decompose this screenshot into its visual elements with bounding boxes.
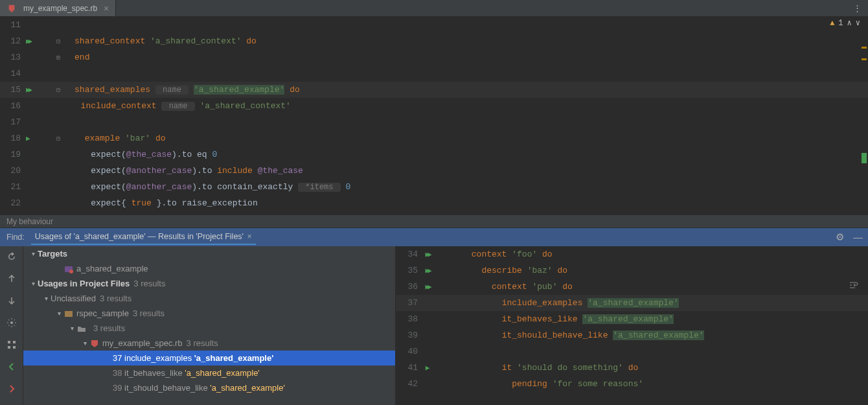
tree-row[interactable]: ▾Usages in Project Files3 results [23, 276, 395, 291]
code-text: expect(@the_case).to eq 0 [59, 150, 217, 159]
fold-toggle[interactable]: ⊟ [56, 86, 63, 94]
code-line[interactable]: 13⊞end [0, 49, 868, 65]
tree-row[interactable]: 39 it_should_behave_like 'a_shared_examp… [23, 380, 395, 395]
tree-row[interactable]: ▾Targets [23, 246, 395, 261]
find-minimize-icon[interactable]: — [853, 231, 863, 243]
preview-line[interactable]: 38 it_behaves_like 'a_shared_example' [396, 311, 868, 327]
rerun-icon[interactable] [5, 250, 18, 263]
svg-rect-3 [8, 346, 10, 349]
code-text: describe 'baz' do [437, 266, 567, 275]
prev-occurrence-icon[interactable] [5, 272, 18, 285]
fold-toggle[interactable]: ⊞ [56, 54, 63, 62]
preview-line[interactable]: 35▶▶ describe 'baz' do [396, 262, 868, 279]
gutter-icon[interactable]: ▶▶ [418, 250, 437, 259]
settings-icon[interactable] [5, 316, 18, 329]
svg-point-7 [69, 270, 73, 273]
line-number: 20 [0, 166, 21, 176]
breadcrumb-item[interactable]: My behaviour [6, 217, 53, 226]
chevron-down-icon[interactable]: ▾ [54, 310, 63, 317]
line-number: 42 [396, 379, 418, 389]
svg-rect-2 [8, 341, 10, 343]
code-editor[interactable]: 1112▶▶⊟shared_context 'a_shared_context'… [0, 17, 868, 214]
tree-row[interactable]: 37 include_examples 'a_shared_example' [23, 351, 395, 365]
code-text: include_examples 'a_shared_example' [437, 298, 679, 308]
tree-row[interactable]: 38 it_behaves_like 'a_shared_example' [23, 365, 395, 380]
fold-toggle[interactable]: ⊟ [56, 135, 63, 143]
merge-left-icon[interactable] [5, 360, 18, 373]
prev-highlight[interactable]: ∧ [847, 18, 852, 28]
line-number: 18 [0, 133, 21, 143]
chevron-down-icon[interactable]: ▾ [67, 325, 76, 332]
gutter-icon[interactable]: ▶▶ [418, 266, 437, 275]
group-icon[interactable] [5, 338, 18, 351]
preview-line[interactable]: 42 pending 'for some reasons' [396, 376, 868, 392]
preview-line[interactable]: 39 it_should_behave_like 'a_shared_examp… [396, 327, 868, 343]
code-line[interactable]: 11 [0, 17, 868, 33]
result-count: 3 results [187, 338, 218, 348]
inspection-widget[interactable]: ▲ 1 ∧ ∨ [830, 18, 860, 28]
tree-label: my_example_spec.rb [102, 338, 183, 348]
tree-label: a_shared_example [76, 264, 148, 273]
code-line[interactable]: 12▶▶⊟shared_context 'a_shared_context' d… [0, 33, 868, 49]
code-line[interactable]: 16 include_context name 'a_shared_contex… [0, 98, 868, 114]
code-line[interactable]: 19 expect(@the_case).to eq 0 [0, 146, 868, 163]
line-number: 39 [396, 330, 418, 340]
gutter-icon[interactable]: ▶▶ [21, 86, 56, 94]
chevron-down-icon[interactable]: ▾ [80, 340, 89, 347]
error-stripe-marker[interactable] [862, 47, 867, 49]
error-stripe-marker[interactable] [862, 153, 867, 163]
warning-icon: ▲ [830, 19, 834, 28]
code-text: context 'foo' do [437, 249, 553, 259]
find-settings-icon[interactable]: ⚙ [836, 231, 844, 243]
code-line[interactable]: 17 [0, 114, 868, 130]
next-highlight[interactable]: ∨ [856, 18, 860, 28]
breadcrumb[interactable]: My behaviour [0, 214, 868, 228]
tab-overflow-menu[interactable]: ⋮ [847, 0, 868, 16]
gutter-icon[interactable]: ▶ [21, 134, 56, 143]
preview-line[interactable]: 36▶▶ context 'pub' do [396, 279, 868, 295]
code-line[interactable]: 18▶⊟ example 'bar' do [0, 130, 868, 146]
gutter-icon[interactable]: ▶ [418, 364, 437, 372]
tree-label: Usages in Project Files [38, 279, 130, 288]
tree-row[interactable]: a_shared_example [23, 261, 395, 276]
tree-row[interactable]: ▾my_example_spec.rb3 results [23, 336, 395, 351]
tree-row[interactable]: ▾Unclassified3 results [23, 291, 395, 306]
preview-line[interactable]: 41▶ it 'should do something' do [396, 360, 868, 376]
code-text: it_behaves_like 'a_shared_example' [437, 314, 674, 324]
preview-line[interactable]: 34▶▶ context 'foo' do [396, 246, 868, 262]
close-find-tab-icon[interactable]: × [247, 232, 251, 241]
next-occurrence-icon[interactable] [5, 294, 18, 307]
error-stripe-marker[interactable] [862, 58, 867, 60]
tree-row[interactable]: ▾3 results [23, 321, 395, 336]
code-line[interactable]: 20 expect(@another_case).to include @the… [0, 163, 868, 179]
chevron-down-icon[interactable]: ▾ [29, 280, 38, 287]
fold-toggle[interactable]: ⊟ [56, 38, 63, 45]
code-line[interactable]: 14 [0, 65, 868, 82]
find-results-title: Usages of 'a_shared_example' — Results i… [35, 232, 244, 241]
folder-icon [76, 323, 87, 334]
code-line[interactable]: 22 expect{ true }.to raise_exception [0, 195, 868, 211]
find-results-tab[interactable]: Usages of 'a_shared_example' — Results i… [31, 229, 256, 245]
chevron-down-icon[interactable]: ▾ [29, 250, 38, 257]
result-count: 3 results [93, 323, 125, 333]
code-text: context 'pub' do [437, 282, 573, 292]
chevron-down-icon[interactable]: ▾ [41, 295, 51, 302]
line-number: 38 [396, 314, 418, 324]
usage-preview-editor[interactable]: 34▶▶ context 'foo' do35▶▶ describe 'baz'… [396, 246, 868, 405]
preview-line[interactable]: 37 include_examples 'a_shared_example' [396, 295, 868, 311]
preview-line[interactable]: 40 [396, 343, 868, 360]
code-text: expect(@another_case).to contain_exactly… [59, 182, 350, 192]
line-number: 15 [0, 85, 21, 95]
tree-row[interactable]: ▾rspec_sample3 results [23, 306, 395, 321]
close-tab-icon[interactable]: × [104, 3, 109, 14]
gutter-icon[interactable]: ▶▶ [21, 37, 56, 45]
find-side-rail [0, 246, 23, 405]
code-line[interactable]: 21 expect(@another_case).to contain_exac… [0, 179, 868, 195]
merge-right-icon[interactable] [5, 382, 18, 395]
editor-tab[interactable]: my_example_spec.rb × [0, 0, 116, 16]
gutter-icon[interactable]: ▶▶ [418, 283, 437, 291]
usages-tree[interactable]: ▾Targetsa_shared_example▾Usages in Proje… [23, 246, 396, 405]
soft-wrap-icon[interactable] [849, 280, 859, 293]
code-line[interactable]: 15▶▶⊟shared_examples name 'a_shared_exam… [0, 82, 868, 98]
svg-marker-9 [91, 340, 98, 347]
